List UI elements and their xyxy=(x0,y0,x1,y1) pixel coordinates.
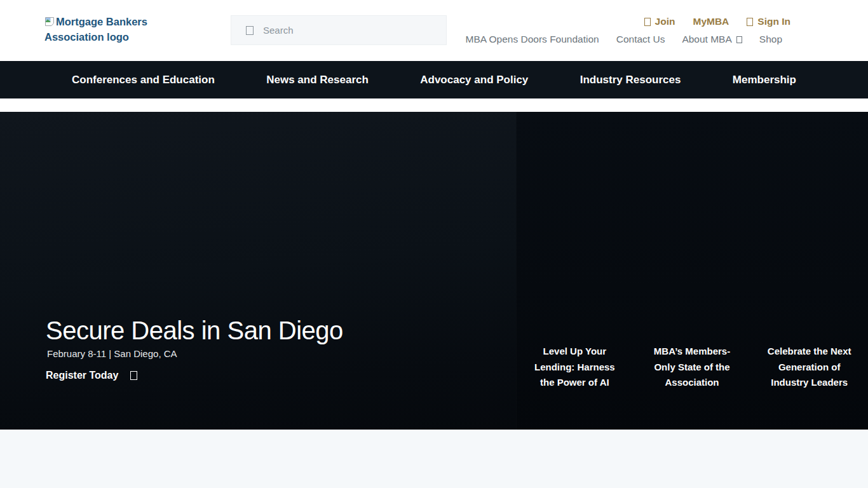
utility-nav-primary: Join MyMBA Sign In xyxy=(644,16,790,27)
join-icon xyxy=(644,18,651,26)
main-nav: Conferences and Education News and Resea… xyxy=(0,61,868,98)
page: Mortgage Bankers Association logo Join M… xyxy=(0,0,868,488)
shop-label: Shop xyxy=(759,34,782,45)
search-input[interactable] xyxy=(263,25,422,36)
nav-item-membership[interactable]: Membership xyxy=(733,74,796,86)
hero-card-title: MBA’s Members-Only State of the Associat… xyxy=(648,344,736,391)
hero-banner: Secure Deals in San Diego February 8-11 … xyxy=(0,112,868,430)
hero-subtitle: February 8-11 | San Diego, CA xyxy=(47,348,177,359)
hero-card-state-of-association[interactable]: MBA’s Members-Only State of the Associat… xyxy=(634,341,751,394)
mymba-label: MyMBA xyxy=(693,16,729,27)
sign-in-label: Sign In xyxy=(757,16,790,27)
hero-card-title: Level Up Your Lending: Harness the Power… xyxy=(530,344,619,391)
contact-us-link[interactable]: Contact Us xyxy=(616,34,665,45)
opens-doors-label: MBA Opens Doors Foundation xyxy=(465,34,599,45)
nav-item-conferences-and-education[interactable]: Conferences and Education xyxy=(72,74,215,86)
nav-item-industry-resources[interactable]: Industry Resources xyxy=(580,74,681,86)
opens-doors-link[interactable]: MBA Opens Doors Foundation xyxy=(465,34,599,45)
hero-card-industry-leaders[interactable]: Celebrate the Next Generation of Industr… xyxy=(750,341,868,394)
register-today-link[interactable]: Register Today xyxy=(46,370,137,381)
sign-in-icon xyxy=(747,18,753,26)
join-link[interactable]: Join xyxy=(644,16,675,27)
chevron-down-icon xyxy=(736,36,742,43)
utility-nav-secondary: MBA Opens Doors Foundation Contact Us Ab… xyxy=(465,34,782,45)
arrow-right-icon xyxy=(130,371,137,380)
hero-card-ai-lending[interactable]: Level Up Your Lending: Harness the Power… xyxy=(516,341,634,394)
search-box[interactable] xyxy=(231,15,447,45)
site-header: Mortgage Bankers Association logo Join M… xyxy=(0,0,868,61)
search-icon xyxy=(246,26,254,35)
about-mba-link[interactable]: About MBA xyxy=(682,34,742,45)
nav-item-news-and-research[interactable]: News and Research xyxy=(266,74,369,86)
broken-image-icon xyxy=(44,17,55,27)
hero-card-title: Celebrate the Next Generation of Industr… xyxy=(759,344,860,391)
sign-in-link[interactable]: Sign In xyxy=(747,16,790,27)
quick-links-bar: MARKET FOCUS: Residential Commercial/Mul… xyxy=(0,430,868,488)
shop-link[interactable]: Shop xyxy=(759,34,782,45)
mymba-link[interactable]: MyMBA xyxy=(693,16,729,27)
contact-us-label: Contact Us xyxy=(616,34,665,45)
register-today-label: Register Today xyxy=(46,370,118,381)
nav-item-advocacy-and-policy[interactable]: Advocacy and Policy xyxy=(420,74,528,86)
logo-alt-text: Mortgage Bankers Association logo xyxy=(44,16,147,43)
about-mba-label: About MBA xyxy=(682,34,731,45)
hero-card-list: Level Up Your Lending: Harness the Power… xyxy=(516,341,868,394)
hero-title: Secure Deals in San Diego xyxy=(46,316,343,345)
logo-link[interactable]: Mortgage Bankers Association logo xyxy=(44,14,159,44)
join-label: Join xyxy=(655,16,675,27)
